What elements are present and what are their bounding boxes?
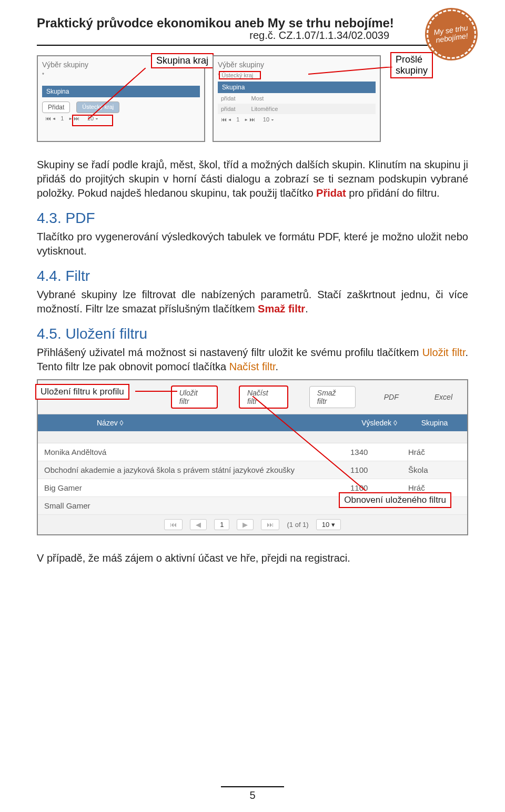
pager-next-icon[interactable]: ▶ <box>237 519 254 530</box>
p1-text-b: pro přidání do filtru. <box>346 187 440 199</box>
fig1-header-bar: Skupina <box>42 86 200 97</box>
heading-4-4-filtr: 4.4. Filtr <box>37 268 468 285</box>
cell-result: 1100 <box>350 465 408 474</box>
annotation-prosle-skupiny: Prošlé skupiny <box>390 52 433 78</box>
pdf-button[interactable]: PDF <box>377 391 406 403</box>
col-header-result[interactable]: Výsledek ◊ <box>350 419 408 427</box>
table-filter-row[interactable] <box>38 431 467 443</box>
pager-prev-icon[interactable]: ◀ <box>190 519 207 530</box>
page-number: 5 <box>0 789 505 801</box>
cell-result: 1340 <box>350 448 408 456</box>
fig2-highlight-box <box>219 71 261 79</box>
page-title: Praktický průvodce ekonomikou aneb My se… <box>37 16 468 31</box>
fig2-header-bar: Skupina <box>218 82 376 93</box>
fig2-row1-add[interactable]: přidat <box>221 95 236 102</box>
header-rule <box>37 45 468 46</box>
cell-name: Big Gamer <box>44 483 350 492</box>
figure-filter-table: Uložení filtru k profilu Uložit filtr Na… <box>37 379 468 535</box>
annotation-skupina-kraj: Skupina kraj <box>151 53 214 68</box>
pager-first-icon[interactable]: ⏮ <box>164 519 183 530</box>
table-row: Obchodní akademie a jazyková škola s prá… <box>38 461 467 479</box>
p45-text-a: Přihlášený uživatel má možnost si nastav… <box>37 347 422 358</box>
fig1-selected-region[interactable]: Ústecký kraj <box>76 102 119 113</box>
pager-pagesize-select[interactable]: 10 ▾ <box>316 519 341 530</box>
paragraph-filtr: Vybrané skupiny lze filtrovat dle nabíze… <box>37 288 468 316</box>
btn-name-ulozit-filtr: Uložit filtr <box>422 347 466 358</box>
figure-skupina-kraj: Skupina kraj Výběr skupiny * Skupina Při… <box>37 55 205 142</box>
load-filter-button[interactable]: Načíst filtr <box>239 385 288 409</box>
clear-filter-button[interactable]: Smaž filtr <box>309 386 356 408</box>
p44-text-b: . <box>305 303 308 314</box>
figure-prosle-skupiny: Výběr skupiny * Ústecký kraj Skupina při… <box>213 55 381 142</box>
pager-of-text: (1 of 1) <box>287 521 308 529</box>
btn-name-nacist-filtr: Načíst filtr <box>229 361 276 372</box>
table-header: Název ◊ Výsledek ◊ Skupina <box>38 414 467 431</box>
p45-text-c: . <box>276 361 279 372</box>
paragraph-closing: V případě, že máš zájem o aktivní účast … <box>37 551 468 565</box>
table-row: Monika Anděltová 1340 Hráč <box>38 443 467 461</box>
annotation-ulozeni-filtru: Uložení filtru k profilu <box>35 384 129 400</box>
excel-button[interactable]: Excel <box>427 391 460 403</box>
fig2-row2-value: Litoměřice <box>251 106 278 112</box>
cell-name: Obchodní akademie a jazyková škola s prá… <box>44 465 350 474</box>
fig1-add-button[interactable]: Přidat <box>42 102 70 113</box>
btn-name-smaz-filtr: Smaž filtr <box>258 303 305 314</box>
fig2-title: Výběr skupiny <box>218 60 376 69</box>
annotation-obnoveni-filtru: Obnovení uloženého filtru <box>339 492 451 508</box>
cell-group: Hráč <box>408 483 461 492</box>
paragraph-ulozeni-filtru: Přihlášený uživatel má možnost si nastav… <box>37 346 468 374</box>
table-pager: ⏮ ◀ 1 ▶ ⏭ (1 of 1) 10 ▾ <box>38 515 467 534</box>
cell-name: Small Gamer <box>44 501 350 510</box>
reg-number: reg.č. CZ.1.07/1.1.34/02.0039 <box>37 29 389 42</box>
col-header-name[interactable]: Název ◊ <box>44 419 350 427</box>
save-filter-button[interactable]: Uložit filtr <box>171 385 218 409</box>
fig2-row1-value: Most <box>251 95 264 102</box>
cell-name: Monika Anděltová <box>44 448 350 456</box>
pager-last-icon[interactable]: ⏭ <box>261 519 279 530</box>
fig2-row2-add[interactable]: přidat <box>221 106 236 112</box>
heading-4-5-ulozeni-filtru: 4.5. Uložení filtru <box>37 326 468 342</box>
cell-group: Škola <box>408 465 461 474</box>
btn-name-pridat: Přidat <box>316 187 346 199</box>
paragraph-pdf: Tlačítko pro vygenerování výsledkových t… <box>37 230 468 258</box>
fig1-highlight-box <box>72 115 113 126</box>
paragraph-skupiny: Skupiny se řadí podle krajů, měst, škol,… <box>37 158 468 200</box>
heading-4-3-pdf: 4.3. PDF <box>37 210 468 227</box>
pager-page-input[interactable]: 1 <box>214 519 229 530</box>
cell-result: 1100 <box>350 483 408 492</box>
figure-row: Skupina kraj Výběr skupiny * Skupina Při… <box>37 55 468 142</box>
cell-group: Hráč <box>408 448 461 456</box>
col-header-group[interactable]: Skupina <box>408 419 461 427</box>
p44-text-a: Vybrané skupiny lze filtrovat dle nabíze… <box>37 289 468 314</box>
page-footer: 5 <box>0 786 505 801</box>
